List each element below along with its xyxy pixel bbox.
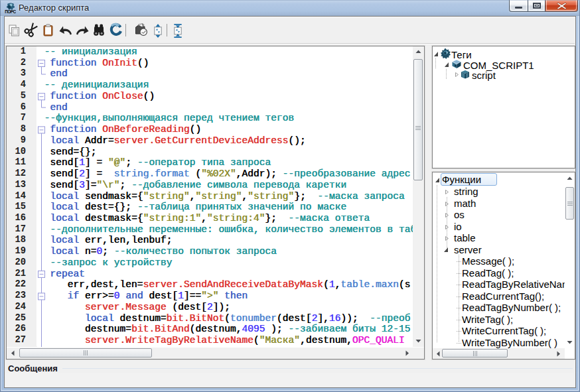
svg-text:ПОРС: ПОРС [5, 9, 16, 14]
